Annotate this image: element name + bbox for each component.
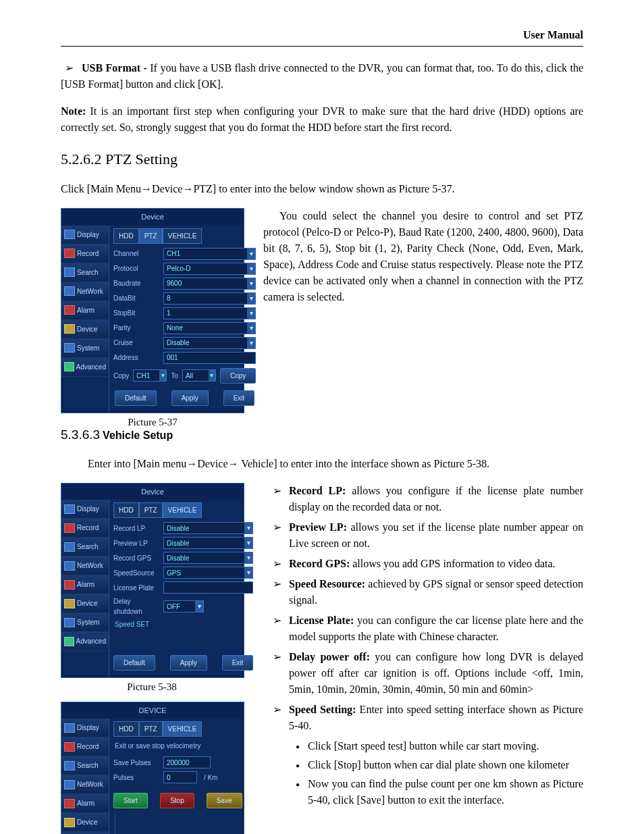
tab-hdd[interactable]: HDD xyxy=(113,721,139,737)
sidebar-item-advanced[interactable]: Advanced xyxy=(61,358,109,377)
start-button[interactable]: Start xyxy=(113,793,148,808)
alarm-icon xyxy=(64,305,75,315)
sidebar-item-search[interactable]: Search xyxy=(61,263,109,282)
chevron-down-icon: ▾ xyxy=(244,567,252,578)
note-body: It is an important first step when confi… xyxy=(61,105,583,133)
sidebar-item-record[interactable]: Record xyxy=(61,519,109,538)
sidebar-item-advanced[interactable]: Advanced xyxy=(61,632,109,651)
sidebar-item-search[interactable]: Search xyxy=(61,538,109,556)
speed-set-link[interactable]: Speed SET xyxy=(115,619,253,629)
dvr-window-title: Device xyxy=(61,484,244,500)
sidebar-item-display[interactable]: Display xyxy=(61,719,109,737)
record-gps-select[interactable]: Disable▾ xyxy=(163,552,253,564)
save-pulses-input[interactable]: 200000 xyxy=(163,756,211,768)
pulses-input[interactable]: 0 xyxy=(163,771,197,783)
default-button[interactable]: Default xyxy=(113,655,155,671)
copy-from-select[interactable]: CH1▾ xyxy=(133,369,167,382)
dvr-sidebar: Display Record Search NetWork Alarm Devi… xyxy=(61,226,109,413)
copy-to-select[interactable]: All▾ xyxy=(182,369,216,382)
sidebar-item-system[interactable]: System xyxy=(61,339,109,358)
sidebar-item-display[interactable]: Display xyxy=(61,500,109,519)
usb-format-paragraph: USB Format - If you have a USB flash dri… xyxy=(61,60,583,93)
protocol-select[interactable]: Pelco-D▾ xyxy=(163,263,256,275)
databit-select[interactable]: 8▾ xyxy=(163,292,256,305)
chevron-down-icon: ▾ xyxy=(209,370,215,381)
sidebar-item-alarm[interactable]: Alarm xyxy=(61,301,109,320)
sidebar-item-record[interactable]: Record xyxy=(61,244,109,263)
chevron-down-icon: ▾ xyxy=(195,601,203,612)
delay-shutdown-select[interactable]: OFF▾ xyxy=(163,600,204,613)
sidebar-item-device[interactable]: Device xyxy=(61,320,109,339)
alarm-icon xyxy=(64,799,75,808)
list-item: Preview LP: allows you set if the licens… xyxy=(289,519,583,552)
device-icon xyxy=(64,324,75,334)
record-icon xyxy=(64,742,75,752)
network-icon xyxy=(64,286,75,296)
default-button[interactable]: Default xyxy=(115,390,157,406)
sidebar-item-device[interactable]: Device xyxy=(61,594,109,613)
chevron-down-icon: ▾ xyxy=(247,293,255,304)
list-item: Speed Setting: Enter into speed setting … xyxy=(289,702,583,734)
sidebar-item-search[interactable]: Search xyxy=(61,756,109,775)
dvr-speed-window: DEVICE Display Record Search NetWork Ala… xyxy=(61,702,244,835)
ptz-body: You could select the channel you desire … xyxy=(263,208,583,305)
preview-lp-select[interactable]: Disable▾ xyxy=(163,537,253,549)
chevron-down-icon: ▾ xyxy=(159,370,166,381)
exit-button[interactable]: Exit xyxy=(223,390,255,406)
search-icon xyxy=(64,542,75,552)
save-button[interactable]: Save xyxy=(207,793,242,808)
stopbit-select[interactable]: 1▾ xyxy=(163,307,256,319)
ptz-heading-title: PTZ Setting xyxy=(105,151,178,167)
tab-vehicle[interactable]: VEHICLE xyxy=(163,502,203,518)
tab-hdd[interactable]: HDD xyxy=(113,502,139,518)
baudrate-select[interactable]: 9600▾ xyxy=(163,278,256,290)
search-icon xyxy=(64,761,75,771)
sidebar-item-network[interactable]: NetWork xyxy=(61,556,109,575)
apply-button[interactable]: Apply xyxy=(170,655,207,671)
record-lp-select[interactable]: Disable▾ xyxy=(163,522,253,534)
system-icon xyxy=(64,618,75,627)
dvr-tabs: HDD PTZ VEHICLE xyxy=(113,228,256,244)
sidebar-item-network[interactable]: NetWork xyxy=(61,282,109,301)
list-item: Click [Stop] button when car dial plate … xyxy=(308,757,583,773)
list-item: License Plate: you can configure the car… xyxy=(289,613,583,645)
advanced-icon xyxy=(64,637,74,646)
license-plate-input[interactable] xyxy=(163,581,253,594)
cruise-select[interactable]: Disable▾ xyxy=(163,337,256,349)
parity-select[interactable]: None▾ xyxy=(163,322,256,334)
speed-source-select[interactable]: GPS▾ xyxy=(163,567,253,579)
sidebar-item-alarm[interactable]: Alarm xyxy=(61,794,109,813)
channel-select[interactable]: CH1▾ xyxy=(163,248,256,260)
tab-vehicle[interactable]: VEHICLE xyxy=(163,721,203,737)
display-icon xyxy=(64,230,75,239)
network-icon xyxy=(64,561,75,571)
apply-button[interactable]: Apply xyxy=(171,390,209,406)
exit-button[interactable]: Exit xyxy=(222,655,254,671)
chevron-down-icon: ▾ xyxy=(247,323,255,334)
advanced-icon xyxy=(64,362,74,371)
tab-vehicle[interactable]: VEHICLE xyxy=(163,228,203,244)
tab-ptz[interactable]: PTZ xyxy=(139,721,163,737)
chevron-down-icon: ▾ xyxy=(244,523,252,533)
dvr-sidebar: Display Record Search NetWork Alarm Devi… xyxy=(61,719,109,834)
stop-button[interactable]: Stop xyxy=(160,793,194,808)
sidebar-item-record[interactable]: Record xyxy=(61,737,109,756)
tab-ptz[interactable]: PTZ xyxy=(139,502,163,518)
tab-ptz[interactable]: PTZ xyxy=(139,228,163,244)
ptz-heading: 5.2.6.2 PTZ Setting xyxy=(61,148,583,170)
list-item: Record GPS: allows you add GPS informati… xyxy=(289,556,583,572)
sidebar-item-device[interactable]: Device xyxy=(61,813,109,832)
sidebar-item-system[interactable]: System xyxy=(61,613,109,632)
dvr-vehicle-window: Device Display Record Search NetWork Ala… xyxy=(61,483,244,679)
copy-button[interactable]: Copy xyxy=(220,368,256,384)
sidebar-item-network[interactable]: NetWork xyxy=(61,775,109,794)
hdd-note-paragraph: Note: It is an important first step when… xyxy=(61,103,583,136)
chevron-down-icon: ▾ xyxy=(247,263,255,274)
address-input[interactable]: 001 xyxy=(163,352,256,364)
tab-hdd[interactable]: HDD xyxy=(113,228,139,244)
sidebar-item-alarm[interactable]: Alarm xyxy=(61,575,109,594)
alarm-icon xyxy=(64,580,75,590)
device-icon xyxy=(64,599,75,608)
sidebar-item-display[interactable]: Display xyxy=(61,226,109,244)
velocimetry-hint: Exit or save stop velocimetry xyxy=(115,741,242,751)
